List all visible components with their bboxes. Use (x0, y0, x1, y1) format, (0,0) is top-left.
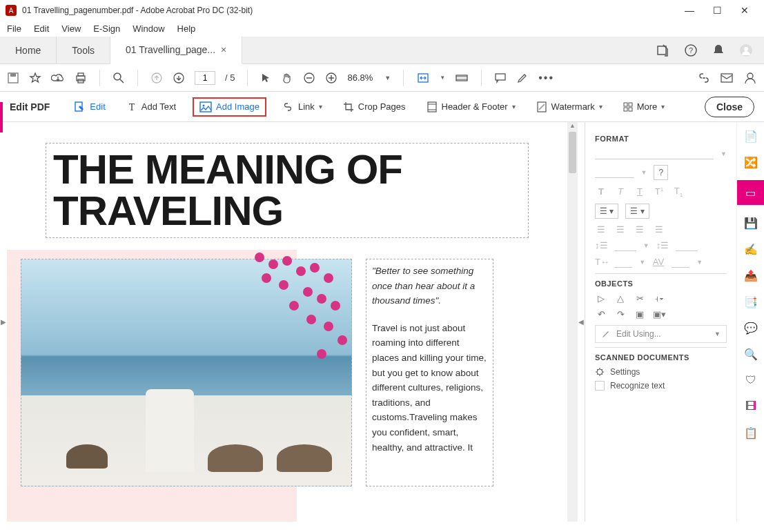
numbered-list-button[interactable]: ☰ ▾ (625, 204, 649, 219)
watermark-button[interactable]: Watermark▾ (532, 99, 607, 115)
highlight-icon[interactable] (516, 72, 529, 84)
menu-esign[interactable]: E-Sign (93, 23, 120, 34)
zoom-value-label[interactable]: 86.8% (347, 72, 373, 83)
arrange-icon[interactable]: ▣▾ (653, 309, 665, 319)
zoom-out-icon[interactable] (303, 72, 315, 84)
organize-icon[interactable]: 📑 (743, 293, 759, 310)
comment-tool-icon[interactable]: 💬 (743, 319, 759, 336)
italic-icon[interactable]: T (614, 186, 627, 197)
rotate-cw-icon[interactable]: ↷ (614, 309, 627, 319)
chevron-down-icon[interactable]: ▼ (440, 75, 445, 81)
left-panel-handle[interactable]: ▶ (0, 122, 7, 522)
add-text-button[interactable]: TAdd Text (122, 99, 180, 115)
tab-document[interactable]: 01 Travelling_page... × (110, 37, 242, 64)
horizontal-scale-icon[interactable]: T↔ (595, 257, 607, 267)
flip-h-icon[interactable]: △ (614, 293, 627, 304)
superscript-icon[interactable]: T1 (653, 186, 665, 197)
fit-width-icon[interactable] (416, 72, 430, 84)
menu-view[interactable]: View (61, 23, 81, 34)
print-icon[interactable] (75, 72, 87, 84)
align-left-icon[interactable]: ☰ (595, 224, 607, 235)
underline-icon[interactable]: T (634, 186, 646, 197)
read-mode-icon[interactable] (455, 72, 469, 83)
replace-img-icon[interactable]: ▣ (634, 309, 646, 319)
rich-media-icon[interactable]: 🎞 (743, 398, 759, 415)
crop-label: Crop Pages (358, 101, 406, 112)
font-size-select[interactable] (595, 167, 634, 178)
account-icon[interactable] (743, 71, 757, 85)
align-justify-icon[interactable]: ☰ (653, 224, 665, 235)
align-right-icon[interactable]: ☰ (634, 224, 646, 235)
align-center-icon[interactable]: ☰ (614, 224, 627, 235)
hand-icon[interactable] (281, 72, 293, 84)
page-number-input[interactable] (195, 71, 215, 85)
editbar-title: Edit PDF (10, 101, 50, 112)
recognize-text-checkbox[interactable]: Recognize text (595, 381, 727, 391)
line-spacing-icon[interactable]: ↕☰ (595, 240, 607, 250)
protect-icon[interactable]: 🛡 (743, 372, 759, 388)
vertical-scrollbar[interactable]: ▲ (567, 122, 578, 522)
minimize-button[interactable]: ― (676, 0, 703, 21)
help-icon[interactable]: ? (684, 43, 698, 57)
text-color-button[interactable]: ? (654, 165, 668, 180)
headline-textbox[interactable]: THE MEANING OF TRAVELING (46, 143, 529, 238)
paragraph-spacing-icon[interactable]: ↕☰ (656, 240, 669, 250)
cloud-icon[interactable] (51, 72, 65, 84)
maximize-button[interactable]: ☐ (703, 0, 731, 21)
comment-icon[interactable] (494, 72, 507, 84)
menu-edit[interactable]: Edit (34, 23, 49, 34)
save-icon[interactable] (7, 72, 19, 84)
tab-home[interactable]: Home (0, 37, 57, 64)
link-button[interactable]: Link▾ (279, 99, 326, 115)
scan-ocr-icon[interactable]: 🔍 (743, 346, 759, 362)
close-button[interactable]: Close (705, 97, 754, 117)
font-family-select[interactable] (595, 148, 714, 159)
sign-icon[interactable]: ✍ (743, 241, 759, 257)
star-icon[interactable] (29, 72, 41, 84)
search-icon[interactable] (112, 72, 125, 84)
crop-obj-icon[interactable]: ✂ (634, 293, 646, 304)
char-spacing-icon[interactable]: AV (652, 257, 665, 267)
tab-tools[interactable]: Tools (57, 37, 110, 64)
close-tab-icon[interactable]: × (221, 44, 226, 55)
bell-icon[interactable] (712, 43, 725, 57)
scrollbar-thumb[interactable] (569, 132, 576, 173)
link-tool-icon[interactable] (698, 72, 710, 84)
align-obj-icon[interactable]: ⫞▾ (653, 293, 665, 304)
more-icon[interactable]: ••• (538, 72, 554, 84)
header-footer-button[interactable]: Header & Footer▾ (422, 99, 520, 115)
more-tools-icon[interactable]: 📋 (743, 424, 759, 441)
save-file-icon[interactable]: 💾 (743, 215, 759, 231)
scan-icon[interactable] (656, 43, 670, 57)
chevron-down-icon[interactable]: ▼ (384, 75, 391, 81)
right-panel-handle[interactable]: ◀ (578, 122, 585, 522)
edit-pdf-icon[interactable]: ▭ (737, 180, 765, 205)
photo-placeholder[interactable] (21, 259, 352, 486)
arrow-cursor-icon[interactable] (260, 72, 271, 83)
menu-help[interactable]: Help (177, 23, 196, 34)
more-button[interactable]: More▾ (619, 99, 669, 115)
mail-icon[interactable] (720, 72, 734, 83)
menu-file[interactable]: File (7, 23, 21, 34)
profile-icon[interactable] (739, 43, 753, 57)
subscript-icon[interactable]: T1 (672, 186, 685, 198)
page-down-icon[interactable] (173, 72, 185, 84)
edit-using-button[interactable]: Edit Using... ▼ (595, 325, 727, 343)
bulleted-list-button[interactable]: ☰ ▾ (595, 204, 618, 219)
body-textbox[interactable]: "Better to see something once than hear … (366, 259, 493, 486)
zoom-in-icon[interactable] (325, 72, 337, 84)
document-area[interactable]: THE MEANING OF TRAVELING "Better to see … (7, 122, 567, 522)
menu-window[interactable]: Window (133, 23, 164, 34)
close-window-button[interactable]: ✕ (731, 0, 758, 21)
page-up-icon[interactable] (150, 72, 163, 84)
combine-icon[interactable]: 🔀 (743, 154, 759, 170)
crop-button[interactable]: Crop Pages (339, 99, 410, 115)
edit-button[interactable]: Edit (69, 98, 109, 116)
flip-v-icon[interactable]: ▷ (595, 293, 607, 304)
add-image-button[interactable]: Add Image (193, 97, 266, 117)
create-pdf-icon[interactable]: 📄 (743, 128, 759, 144)
rotate-ccw-icon[interactable]: ↶ (595, 309, 607, 319)
bold-icon[interactable]: T (595, 186, 607, 197)
settings-button[interactable]: Settings (595, 367, 727, 377)
export-icon[interactable]: 📤 (743, 267, 759, 284)
